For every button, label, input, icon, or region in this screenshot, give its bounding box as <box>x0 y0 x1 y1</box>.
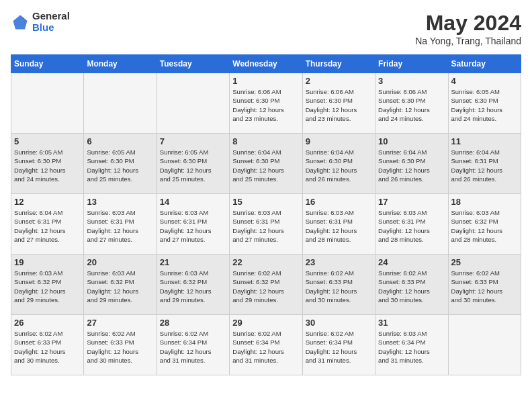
day-number: 30 <box>306 318 372 328</box>
calendar-cell: 11Sunrise: 6:04 AM Sunset: 6:31 PM Dayli… <box>448 134 521 194</box>
calendar-cell: 2Sunrise: 6:06 AM Sunset: 6:30 PM Daylig… <box>302 73 375 134</box>
day-number: 21 <box>160 257 226 267</box>
day-number: 6 <box>87 136 153 146</box>
calendar-cell <box>11 73 84 134</box>
weekday-header-tuesday: Tuesday <box>157 55 229 73</box>
calendar-cell <box>157 73 229 134</box>
day-detail: Sunrise: 6:03 AM Sunset: 6:31 PM Dayligh… <box>378 208 445 244</box>
week-row-2: 5Sunrise: 6:05 AM Sunset: 6:30 PM Daylig… <box>11 134 521 194</box>
calendar-cell: 4Sunrise: 6:05 AM Sunset: 6:30 PM Daylig… <box>448 73 521 134</box>
day-number: 17 <box>378 197 445 207</box>
calendar-cell: 13Sunrise: 6:03 AM Sunset: 6:31 PM Dayli… <box>84 194 157 255</box>
logo-general-text: General <box>32 11 70 22</box>
day-detail: Sunrise: 6:03 AM Sunset: 6:31 PM Dayligh… <box>87 208 153 244</box>
header: General Blue May 2024 Na Yong, Trang, Th… <box>11 11 521 46</box>
day-number: 27 <box>87 318 153 328</box>
calendar-cell: 22Sunrise: 6:02 AM Sunset: 6:32 PM Dayli… <box>230 255 302 315</box>
calendar-cell: 5Sunrise: 6:05 AM Sunset: 6:30 PM Daylig… <box>11 134 84 194</box>
day-number: 28 <box>160 318 226 328</box>
calendar-cell: 1Sunrise: 6:06 AM Sunset: 6:30 PM Daylig… <box>230 73 302 134</box>
day-number: 5 <box>14 136 81 146</box>
logo: General Blue <box>11 11 70 33</box>
day-number: 4 <box>451 76 518 86</box>
day-detail: Sunrise: 6:03 AM Sunset: 6:32 PM Dayligh… <box>14 269 81 304</box>
week-row-4: 19Sunrise: 6:03 AM Sunset: 6:32 PM Dayli… <box>11 255 521 315</box>
day-detail: Sunrise: 6:06 AM Sunset: 6:30 PM Dayligh… <box>232 87 299 123</box>
day-detail: Sunrise: 6:02 AM Sunset: 6:33 PM Dayligh… <box>378 269 445 304</box>
calendar-cell: 21Sunrise: 6:03 AM Sunset: 6:32 PM Dayli… <box>157 255 229 315</box>
day-number: 18 <box>451 197 518 207</box>
day-detail: Sunrise: 6:04 AM Sunset: 6:30 PM Dayligh… <box>306 148 372 183</box>
day-detail: Sunrise: 6:05 AM Sunset: 6:30 PM Dayligh… <box>14 148 81 183</box>
day-number: 22 <box>232 257 299 267</box>
day-number: 26 <box>14 318 81 328</box>
day-number: 3 <box>378 76 445 86</box>
day-number: 7 <box>160 136 226 146</box>
calendar-cell <box>448 315 521 375</box>
logo-text: General Blue <box>32 11 70 33</box>
calendar-cell <box>84 73 157 134</box>
day-number: 24 <box>378 257 445 267</box>
day-detail: Sunrise: 6:04 AM Sunset: 6:31 PM Dayligh… <box>451 148 518 183</box>
day-detail: Sunrise: 6:03 AM Sunset: 6:32 PM Dayligh… <box>451 208 518 244</box>
day-number: 8 <box>232 136 299 146</box>
calendar-cell: 28Sunrise: 6:02 AM Sunset: 6:34 PM Dayli… <box>157 315 229 375</box>
title-area: May 2024 Na Yong, Trang, Thailand <box>415 11 521 46</box>
day-detail: Sunrise: 6:02 AM Sunset: 6:34 PM Dayligh… <box>232 329 299 365</box>
day-detail: Sunrise: 6:04 AM Sunset: 6:30 PM Dayligh… <box>232 148 299 183</box>
day-number: 31 <box>378 318 445 328</box>
weekday-header-monday: Monday <box>84 55 157 73</box>
day-detail: Sunrise: 6:05 AM Sunset: 6:30 PM Dayligh… <box>160 148 226 183</box>
calendar-cell: 3Sunrise: 6:06 AM Sunset: 6:30 PM Daylig… <box>375 73 448 134</box>
calendar-cell: 31Sunrise: 6:03 AM Sunset: 6:34 PM Dayli… <box>375 315 448 375</box>
day-detail: Sunrise: 6:06 AM Sunset: 6:30 PM Dayligh… <box>306 87 372 123</box>
day-number: 15 <box>232 197 299 207</box>
calendar-cell: 10Sunrise: 6:04 AM Sunset: 6:30 PM Dayli… <box>375 134 448 194</box>
day-number: 19 <box>14 257 81 267</box>
weekday-header-sunday: Sunday <box>11 55 84 73</box>
day-number: 13 <box>87 197 153 207</box>
day-number: 29 <box>232 318 299 328</box>
calendar-cell: 29Sunrise: 6:02 AM Sunset: 6:34 PM Dayli… <box>230 315 302 375</box>
day-detail: Sunrise: 6:02 AM Sunset: 6:33 PM Dayligh… <box>306 269 372 304</box>
week-row-5: 26Sunrise: 6:02 AM Sunset: 6:33 PM Dayli… <box>11 315 521 375</box>
day-number: 1 <box>232 76 299 86</box>
logo-blue-text: Blue <box>32 22 70 34</box>
calendar-cell: 23Sunrise: 6:02 AM Sunset: 6:33 PM Dayli… <box>302 255 375 315</box>
day-number: 10 <box>378 136 445 146</box>
day-detail: Sunrise: 6:03 AM Sunset: 6:32 PM Dayligh… <box>87 269 153 304</box>
week-row-1: 1Sunrise: 6:06 AM Sunset: 6:30 PM Daylig… <box>11 73 521 134</box>
calendar-cell: 8Sunrise: 6:04 AM Sunset: 6:30 PM Daylig… <box>230 134 302 194</box>
day-detail: Sunrise: 6:04 AM Sunset: 6:30 PM Dayligh… <box>378 148 445 183</box>
day-detail: Sunrise: 6:03 AM Sunset: 6:31 PM Dayligh… <box>232 208 299 244</box>
weekday-header-wednesday: Wednesday <box>230 55 302 73</box>
day-detail: Sunrise: 6:02 AM Sunset: 6:34 PM Dayligh… <box>306 329 372 365</box>
day-detail: Sunrise: 6:02 AM Sunset: 6:33 PM Dayligh… <box>87 329 153 365</box>
calendar-cell: 19Sunrise: 6:03 AM Sunset: 6:32 PM Dayli… <box>11 255 84 315</box>
calendar-table: SundayMondayTuesdayWednesdayThursdayFrid… <box>11 54 521 375</box>
logo-icon <box>11 13 30 32</box>
day-detail: Sunrise: 6:02 AM Sunset: 6:33 PM Dayligh… <box>451 269 518 304</box>
calendar-cell: 9Sunrise: 6:04 AM Sunset: 6:30 PM Daylig… <box>302 134 375 194</box>
day-detail: Sunrise: 6:05 AM Sunset: 6:30 PM Dayligh… <box>87 148 153 183</box>
calendar-header: SundayMondayTuesdayWednesdayThursdayFrid… <box>11 55 521 73</box>
weekday-header-saturday: Saturday <box>448 55 521 73</box>
day-detail: Sunrise: 6:03 AM Sunset: 6:31 PM Dayligh… <box>306 208 372 244</box>
day-detail: Sunrise: 6:04 AM Sunset: 6:31 PM Dayligh… <box>14 208 81 244</box>
calendar-cell: 24Sunrise: 6:02 AM Sunset: 6:33 PM Dayli… <box>375 255 448 315</box>
day-detail: Sunrise: 6:05 AM Sunset: 6:30 PM Dayligh… <box>451 87 518 123</box>
calendar-subtitle: Na Yong, Trang, Thailand <box>415 36 521 46</box>
weekday-header-friday: Friday <box>375 55 448 73</box>
weekday-header-thursday: Thursday <box>302 55 375 73</box>
day-number: 2 <box>306 76 372 86</box>
calendar-cell: 12Sunrise: 6:04 AM Sunset: 6:31 PM Dayli… <box>11 194 84 255</box>
calendar-cell: 27Sunrise: 6:02 AM Sunset: 6:33 PM Dayli… <box>84 315 157 375</box>
day-detail: Sunrise: 6:02 AM Sunset: 6:32 PM Dayligh… <box>232 269 299 304</box>
week-row-3: 12Sunrise: 6:04 AM Sunset: 6:31 PM Dayli… <box>11 194 521 255</box>
day-detail: Sunrise: 6:03 AM Sunset: 6:32 PM Dayligh… <box>160 269 226 304</box>
day-detail: Sunrise: 6:06 AM Sunset: 6:30 PM Dayligh… <box>378 87 445 123</box>
weekday-row: SundayMondayTuesdayWednesdayThursdayFrid… <box>11 55 521 73</box>
calendar-cell: 25Sunrise: 6:02 AM Sunset: 6:33 PM Dayli… <box>448 255 521 315</box>
day-number: 14 <box>160 197 226 207</box>
calendar-cell: 30Sunrise: 6:02 AM Sunset: 6:34 PM Dayli… <box>302 315 375 375</box>
